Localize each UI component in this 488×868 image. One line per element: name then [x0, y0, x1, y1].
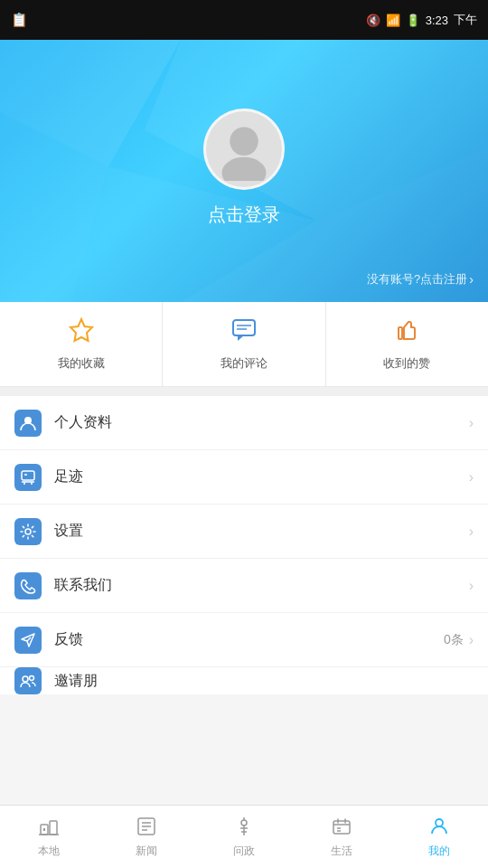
governance-icon: [233, 816, 255, 841]
mute-icon: 🔇: [366, 14, 380, 27]
tab-bar: 本地 新闻 问政: [0, 805, 488, 868]
svg-point-20: [23, 676, 28, 682]
notification-icon: 📋: [11, 12, 28, 28]
tab-news[interactable]: 新闻: [98, 806, 195, 868]
svg-point-6: [222, 156, 267, 180]
comments-label: 我的评论: [221, 355, 267, 372]
profile-header[interactable]: 点击登录 没有账号?点击注册 ›: [0, 40, 488, 302]
svg-point-39: [436, 819, 443, 826]
status-bar: 📋 🔇 📶 🔋 3:23 下午: [0, 0, 488, 40]
svg-point-18: [25, 529, 31, 534]
status-left: 📋: [11, 12, 28, 28]
footprint-icon-box: [14, 464, 42, 491]
svg-rect-14: [22, 471, 34, 480]
menu-item-feedback[interactable]: 反馈 0条 ›: [0, 613, 488, 667]
status-right: 🔇 📶 🔋 3:23 下午: [366, 12, 477, 28]
section-divider: [0, 387, 488, 396]
likes-label: 收到的赞: [383, 355, 430, 372]
settings-chevron: ›: [469, 524, 474, 540]
tab-governance-label: 问政: [233, 844, 255, 859]
menu-item-footprint[interactable]: 足迹 ›: [0, 450, 488, 505]
battery-icon: 🔋: [406, 14, 420, 27]
invite-icon-box: [14, 667, 42, 694]
thumbup-icon: [393, 316, 420, 350]
svg-point-5: [230, 127, 258, 156]
invite-menu-label: 邀请朋: [54, 672, 474, 691]
register-text: 没有账号?点击注册: [367, 271, 467, 288]
mine-icon: [428, 816, 450, 841]
quick-action-comments[interactable]: 我的评论: [163, 302, 325, 386]
wifi-icon: 📶: [386, 14, 400, 27]
menu-item-profile[interactable]: 个人资料 ›: [0, 396, 488, 450]
star-icon: [68, 316, 95, 350]
quick-actions-bar: 我的收藏 我的评论 收到的赞: [0, 302, 488, 387]
contact-menu-label: 联系我们: [54, 576, 469, 595]
feedback-menu-label: 反馈: [54, 630, 444, 649]
feedback-badge: 0条: [444, 632, 464, 648]
profile-menu-label: 个人资料: [54, 413, 469, 432]
contact-chevron: ›: [469, 578, 474, 594]
avatar-icon: [212, 118, 276, 181]
login-text[interactable]: 点击登录: [208, 203, 280, 227]
tab-local-label: 本地: [38, 844, 60, 859]
comment-icon: [230, 316, 258, 350]
news-icon: [136, 816, 157, 841]
avatar[interactable]: [203, 108, 285, 190]
settings-icon-box: [14, 518, 42, 545]
svg-point-30: [241, 820, 247, 826]
footprint-menu-label: 足迹: [54, 467, 469, 486]
svg-rect-8: [233, 320, 255, 335]
settings-menu-label: 设置: [54, 522, 469, 541]
tab-life[interactable]: 生活: [293, 806, 390, 868]
svg-rect-35: [333, 821, 350, 834]
quick-action-likes[interactable]: 收到的赞: [326, 302, 488, 386]
register-chevron: ›: [469, 272, 474, 287]
menu-list: 个人资料 › 足迹 › 设置 ›: [0, 396, 488, 694]
contact-icon-box: [14, 572, 42, 599]
svg-line-19: [27, 637, 31, 641]
menu-item-settings[interactable]: 设置 ›: [0, 505, 488, 559]
favorites-label: 我的收藏: [58, 355, 105, 372]
life-icon: [331, 816, 352, 841]
tab-news-label: 新闻: [136, 844, 157, 859]
profile-chevron: ›: [469, 415, 474, 431]
footprint-chevron: ›: [469, 469, 474, 486]
period-display: 下午: [454, 12, 477, 28]
tab-governance[interactable]: 问政: [195, 806, 293, 868]
menu-item-invite-partial[interactable]: 邀请朋: [0, 667, 488, 694]
local-icon: [38, 816, 60, 841]
tab-mine-label: 我的: [428, 844, 450, 859]
tab-life-label: 生活: [331, 844, 352, 859]
profile-icon-box: [14, 410, 42, 437]
svg-point-21: [30, 676, 34, 681]
menu-item-contact[interactable]: 联系我们 ›: [0, 559, 488, 613]
feedback-chevron: ›: [469, 632, 474, 648]
svg-rect-23: [50, 821, 57, 835]
svg-marker-7: [70, 319, 92, 341]
register-link[interactable]: 没有账号?点击注册 ›: [367, 271, 474, 288]
time-display: 3:23: [426, 14, 448, 27]
svg-rect-12: [399, 327, 402, 339]
tab-local[interactable]: 本地: [0, 806, 98, 868]
quick-action-favorites[interactable]: 我的收藏: [0, 302, 163, 386]
tab-mine[interactable]: 我的: [390, 806, 488, 868]
feedback-icon-box: [14, 627, 42, 654]
svg-rect-25: [43, 828, 45, 831]
